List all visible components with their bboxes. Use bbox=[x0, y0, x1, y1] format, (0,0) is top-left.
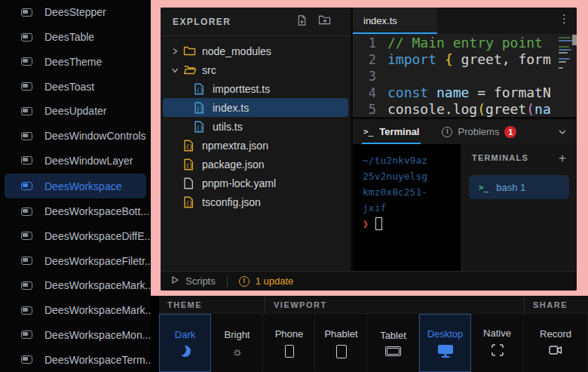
play-icon bbox=[170, 275, 179, 287]
add-terminal-icon[interactable]: + bbox=[559, 152, 566, 164]
tree-row-node-modules[interactable]: node_modules bbox=[161, 42, 351, 60]
chevron-down-icon[interactable] bbox=[557, 127, 568, 137]
warning-icon: ! bbox=[239, 276, 250, 287]
minimap-slider[interactable] bbox=[572, 35, 577, 45]
sidebar-item-deesworkspacemark2[interactable]: DeesWorkspaceMark... bbox=[0, 298, 151, 323]
terminal-line: ~/tu2nkv9az bbox=[363, 152, 460, 168]
component-icon bbox=[21, 281, 32, 290]
viewport-phone-button[interactable]: Phone bbox=[263, 314, 315, 372]
sidebar-item-deesworkspacemark1[interactable]: DeesWorkspaceMark... bbox=[0, 273, 151, 298]
button-label: Dark bbox=[175, 329, 195, 340]
explorer-panel: EXPLORER node_modules bbox=[161, 8, 351, 271]
tree-row-index-selected[interactable]: {} index.ts bbox=[163, 98, 348, 117]
json-file-icon: {} bbox=[183, 196, 198, 208]
minimap-line bbox=[559, 58, 570, 60]
tab-index-ts[interactable]: index.ts bbox=[353, 8, 437, 34]
svg-text:{}: {} bbox=[185, 143, 192, 149]
terminal-prompt-line: ❯ bbox=[363, 216, 460, 232]
panel-body: ~/tu2nkv9az 25v2nuyelsg kmz0x8c251- jxif… bbox=[353, 144, 577, 271]
panel-tabbar: >_ Terminal ! Problems 1 bbox=[353, 119, 577, 144]
sidebar-item-deesworkspacediffeditor[interactable]: DeesWorkspaceDiffE... bbox=[0, 224, 151, 249]
editor-panel: index.ts ⋮ 1 // Main entry point 2 i bbox=[353, 8, 577, 117]
file-name: npmextra.json bbox=[202, 140, 268, 152]
folder-icon bbox=[183, 45, 198, 57]
minimap[interactable] bbox=[557, 34, 577, 117]
sidebar-item-deestoast[interactable]: DeesToast bbox=[0, 74, 151, 99]
theme-bright-button[interactable]: Bright ☼ bbox=[211, 314, 263, 372]
sidebar-item-deesupdater[interactable]: DeesUpdater bbox=[0, 99, 151, 124]
sidebar-item-deestable[interactable]: DeesTable bbox=[0, 25, 151, 50]
code-line: 2 import { greet, form bbox=[353, 51, 577, 68]
code-token bbox=[428, 85, 436, 101]
component-icon bbox=[21, 82, 32, 91]
file-name: tsconfig.json bbox=[202, 196, 261, 208]
sidebar-item-label: DeesTable bbox=[44, 31, 94, 43]
share-record-button[interactable]: Record bbox=[523, 314, 588, 372]
new-file-icon[interactable] bbox=[296, 14, 308, 29]
moon-icon bbox=[179, 346, 191, 357]
viewport-native-button[interactable]: Native bbox=[471, 314, 523, 372]
tab-label: Problems bbox=[458, 126, 499, 137]
code-token: greet, form bbox=[453, 51, 551, 68]
statusbar-divider bbox=[227, 276, 228, 287]
update-button[interactable]: ! 1 update bbox=[239, 275, 294, 287]
tree-row-utils[interactable]: {} utils.ts bbox=[161, 117, 351, 136]
terminal-icon: >_ bbox=[363, 127, 373, 137]
workspace-demo: EXPLORER node_modules bbox=[161, 8, 577, 291]
ts-file-icon: {} bbox=[194, 121, 208, 133]
ts-file-icon: {} bbox=[194, 83, 208, 95]
new-folder-icon[interactable] bbox=[318, 14, 331, 29]
viewport-phablet-button[interactable]: Phablet bbox=[315, 314, 367, 372]
sidebar-item-deeswindowlayer[interactable]: DeesWindowLayer bbox=[0, 148, 151, 173]
minimap-line bbox=[559, 61, 566, 63]
tree-row-src[interactable]: src bbox=[161, 60, 351, 79]
button-label: Record bbox=[540, 328, 571, 340]
button-label: Bright bbox=[225, 329, 250, 340]
prompt-arrow-icon: ❯ bbox=[363, 216, 369, 232]
sidebar-item-deestheme[interactable]: DeesTheme bbox=[0, 49, 151, 74]
file-name: node_modules bbox=[202, 45, 271, 57]
tree-row-tsconfig[interactable]: {} tsconfig.json bbox=[161, 192, 351, 211]
file-tree: node_modules src {} importtest.ts {} bbox=[161, 36, 351, 271]
tree-row-pnpm-lock[interactable]: pnpm-lock.yaml bbox=[161, 174, 351, 192]
tree-row-package[interactable]: {} package.json bbox=[161, 155, 351, 174]
kebab-menu-icon[interactable]: ⋮ bbox=[559, 13, 570, 24]
code-area[interactable]: 1 // Main entry point 2 import { greet, … bbox=[353, 34, 577, 117]
svg-text:{}: {} bbox=[185, 199, 192, 206]
file-name: package.json bbox=[202, 158, 265, 171]
sidebar-item-deesworkspacemonaco[interactable]: DeesWorkspaceMon... bbox=[0, 323, 151, 348]
line-number: 1 bbox=[353, 35, 387, 51]
tab-problems[interactable]: ! Problems 1 bbox=[442, 126, 516, 138]
sidebar-item-deesworkspace[interactable]: DeesWorkspace bbox=[5, 174, 146, 198]
sidebar-item-deesstepper[interactable]: DeesStepper bbox=[0, 0, 151, 25]
terminal-output[interactable]: ~/tu2nkv9az 25v2nuyelsg kmz0x8c251- jxif… bbox=[353, 144, 460, 271]
button-label: Native bbox=[483, 327, 511, 339]
viewport-tablet-button[interactable]: Tablet bbox=[367, 314, 419, 372]
code-token: const bbox=[387, 85, 428, 101]
tab-terminal[interactable]: >_ Terminal bbox=[362, 119, 421, 144]
sidebar-item-deesworkspacebottombar[interactable]: DeesWorkspaceBott... bbox=[0, 199, 151, 224]
component-icon bbox=[21, 107, 32, 115]
scripts-button[interactable]: Scripts bbox=[170, 275, 216, 287]
sidebar-item-deeswindowcontrols[interactable]: DeesWindowControls bbox=[0, 124, 151, 149]
code-line: 1 // Main entry point bbox=[353, 35, 577, 51]
sidebar-item-label: DeesWorkspaceTerm... bbox=[44, 354, 151, 366]
sidebar-item-deesworkspacefiletree[interactable]: DeesWorkspaceFiletr... bbox=[0, 248, 151, 273]
code-token: // Main entry point bbox=[387, 35, 543, 51]
chevron-right-icon bbox=[171, 48, 183, 55]
sidebar-item-label: DeesWorkspaceMark... bbox=[44, 304, 151, 316]
theme-dark-button[interactable]: Dark bbox=[159, 314, 211, 372]
workspace-main: EXPLORER node_modules bbox=[161, 8, 577, 271]
terminal-line: jxif bbox=[363, 200, 460, 216]
viewport-desktop-button[interactable]: Desktop bbox=[419, 314, 471, 372]
sidebar-item-deesworkspaceterminal[interactable]: DeesWorkspaceTerm... bbox=[0, 347, 151, 372]
code-token: na bbox=[534, 101, 551, 117]
terminal-list-item-bash1[interactable]: >_ bash 1 bbox=[469, 175, 569, 199]
line-number: 2 bbox=[353, 51, 387, 68]
tree-row-importtest[interactable]: {} importtest.ts bbox=[161, 79, 351, 98]
svg-text:{}: {} bbox=[196, 86, 203, 93]
update-label: 1 update bbox=[256, 275, 294, 287]
tree-row-npmextra[interactable]: {} npmextra.json bbox=[161, 136, 351, 155]
terminal-line: 25v2nuyelsg bbox=[363, 168, 460, 184]
line-number: 5 bbox=[353, 101, 387, 117]
